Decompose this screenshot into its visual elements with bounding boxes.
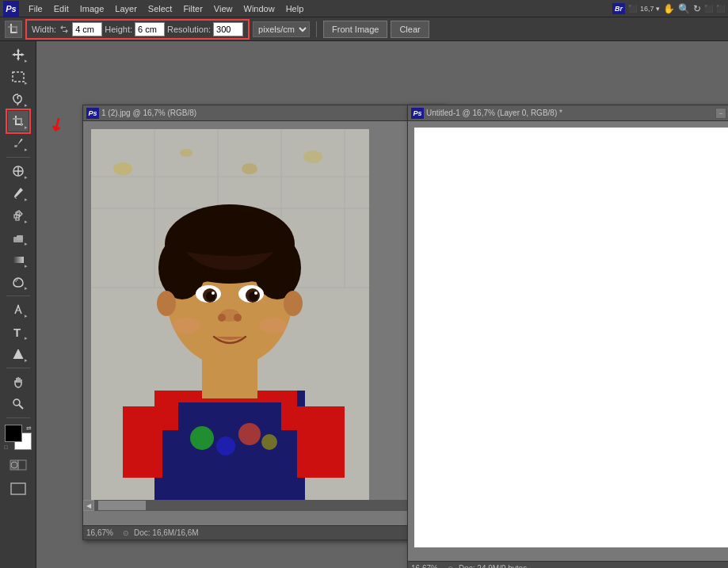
doc2-title: Untitled-1 @ 16,7% (Layer 0, RGB/8) * (426, 109, 715, 117)
svg-point-63 (212, 292, 215, 295)
svg-rect-3 (16, 26, 17, 33)
text-tool[interactable]: T ▸ (8, 322, 29, 342)
healing-tool[interactable]: ▸ (8, 161, 29, 181)
doc1-titlebar: Ps 1 (2).jpg @ 16,7% (RGB/8) – □ × (83, 105, 446, 121)
workspace-icon[interactable]: ⬛ (628, 5, 637, 13)
hand-tool[interactable] (8, 372, 29, 392)
menu-layer[interactable]: Layer (110, 2, 142, 15)
brush-tool-arrow: ▸ (25, 196, 28, 203)
toolbar: ▸ ▸ ▸ ▸ ▸ ▸ ▸ (0, 41, 36, 568)
menu-file[interactable]: File (24, 2, 48, 15)
menu-image[interactable]: Image (75, 2, 109, 15)
pen-tool[interactable]: ▸ (8, 299, 29, 320)
eraser-tool-arrow: ▸ (25, 241, 28, 247)
document-window-1: Ps 1 (2).jpg @ 16,7% (RGB/8) – □ × (82, 105, 447, 540)
svg-rect-4 (13, 72, 24, 82)
resolution-label: Resolution: (167, 25, 211, 34)
clone-tool[interactable]: ▸ (8, 205, 29, 226)
svg-rect-2 (8, 26, 17, 28)
screen-mode-tool[interactable] (8, 478, 29, 499)
menu-view[interactable]: View (209, 2, 238, 15)
options-separator (316, 21, 317, 37)
healing-tool-arrow: ▸ (25, 174, 28, 181)
zoom-tool[interactable] (8, 394, 29, 414)
svg-point-43 (190, 426, 214, 450)
photo-svg (91, 129, 369, 509)
swap-colors-icon[interactable]: ⇄ (26, 425, 32, 432)
svg-point-10 (14, 145, 17, 147)
doc2-zoom: 16,67% (411, 564, 443, 568)
gradient-tool[interactable]: ▸ (8, 250, 29, 270)
move-tool[interactable]: ▸ (8, 44, 29, 65)
doc2-statusbar: 16,67% ⊙ Doc: 24,9M/0 bytes ◀ ▶ (408, 561, 728, 568)
marquee-tool-arrow: ▸ (25, 80, 28, 86)
svg-point-55 (157, 291, 176, 316)
quick-mask-tool[interactable] (8, 455, 29, 475)
tool-separator-1 (6, 157, 30, 158)
doc2-size: Doc: 24,9M/0 bytes (459, 564, 723, 568)
doc1-scrollbar-h[interactable]: ◀ ▶ (83, 500, 436, 511)
unit-select[interactable]: pixels/cm (253, 21, 310, 37)
layout-icon[interactable]: ⬛ (704, 5, 713, 13)
brush-tool[interactable]: ▸ (8, 183, 29, 204)
svg-rect-47 (123, 406, 162, 478)
menu-select[interactable]: Select (143, 2, 177, 15)
ps-logo: Ps (3, 1, 19, 17)
svg-text:T: T (13, 326, 21, 339)
svg-point-45 (238, 423, 261, 445)
swap-dimensions-icon[interactable] (59, 24, 70, 35)
path-selection-arrow: ▸ (25, 357, 28, 364)
hand-tool-icon[interactable]: ✋ (663, 3, 675, 14)
svg-point-64 (254, 292, 257, 295)
crop-options-group: Width: Height: Resolution: (25, 19, 250, 40)
color-picker: ⇄ □ (5, 425, 32, 450)
foreground-color[interactable] (5, 425, 22, 442)
height-label: Height: (105, 25, 132, 34)
rotate-icon[interactable]: ↻ (693, 3, 701, 14)
reset-colors-icon[interactable]: □ (5, 444, 8, 450)
menu-help[interactable]: Help (281, 2, 309, 15)
workspace-size: 16,7 ▾ (640, 5, 660, 13)
svg-point-69 (259, 318, 288, 334)
svg-point-68 (172, 318, 200, 334)
doc2-minimize[interactable]: – (715, 108, 726, 119)
arrange-icon[interactable]: ⬛ (716, 5, 725, 13)
gradient-tool-arrow: ▸ (25, 263, 28, 269)
zoom-tool-icon[interactable]: 🔍 (678, 3, 690, 14)
svg-rect-48 (297, 406, 345, 478)
menu-edit[interactable]: Edit (49, 2, 74, 15)
svg-rect-9 (21, 118, 22, 126)
crop-tool[interactable]: ▸ (8, 111, 29, 132)
path-selection-tool[interactable]: ▸ (8, 344, 29, 364)
marquee-tool[interactable]: ▸ (8, 67, 29, 87)
eyedropper-tool[interactable]: ▸ (8, 133, 29, 154)
menu-bar: Ps File Edit Image Layer Select Filter V… (0, 0, 728, 17)
annotation-arrow: ↙ (45, 112, 68, 137)
svg-point-66 (218, 314, 226, 322)
lasso-tool-arrow: ▸ (25, 102, 28, 109)
svg-point-46 (261, 434, 277, 450)
doc2-canvas (414, 128, 728, 547)
svg-point-36 (242, 163, 257, 174)
svg-point-18 (17, 305, 19, 307)
lasso-tool[interactable]: ▸ (8, 89, 29, 109)
svg-rect-17 (13, 257, 24, 263)
menu-filter[interactable]: Filter (178, 2, 207, 15)
doc2-controls: – □ × (715, 108, 728, 119)
clear-button[interactable]: Clear (391, 21, 429, 38)
doc1-canvas (91, 129, 369, 509)
document-window-2: Ps Untitled-1 @ 16,7% (Layer 0, RGB/8) *… (407, 105, 728, 568)
doc1-ps-logo: Ps (86, 108, 99, 119)
doc2-ps-logo: Ps (411, 108, 424, 119)
resolution-input[interactable] (213, 22, 243, 36)
move-tool-arrow: ▸ (25, 58, 28, 64)
height-input[interactable] (135, 22, 165, 36)
svg-rect-23 (18, 460, 26, 470)
menu-window[interactable]: Window (239, 2, 280, 15)
width-input[interactable] (72, 22, 102, 36)
eraser-tool[interactable]: ▸ (8, 227, 29, 248)
svg-point-20 (13, 399, 20, 406)
clone-tool-arrow: ▸ (25, 219, 28, 225)
burn-tool[interactable]: ▸ (8, 272, 29, 292)
front-image-button[interactable]: Front Image (323, 21, 387, 38)
